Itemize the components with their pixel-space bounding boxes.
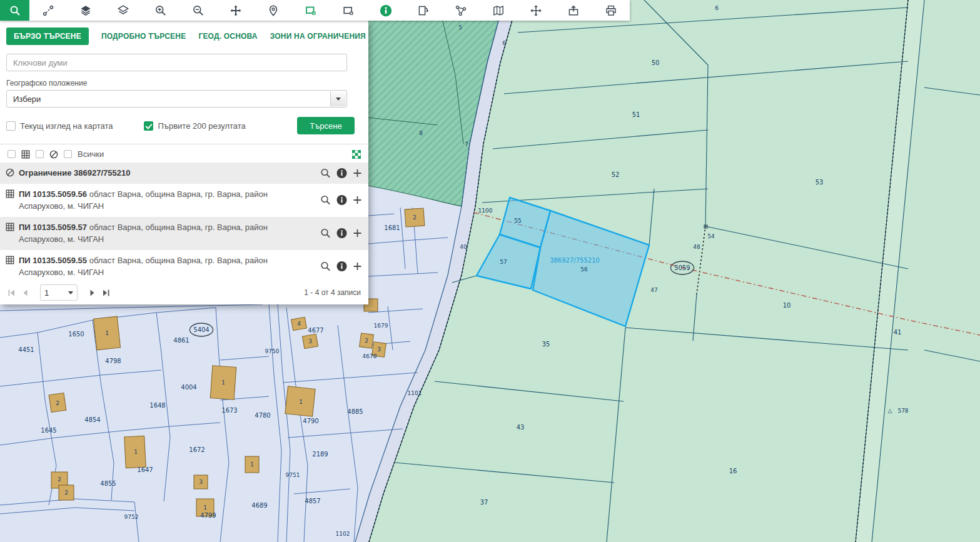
svg-text:7: 7 [465, 141, 468, 148]
result-title: ПИ 10135.5059.55 [19, 256, 87, 265]
tab-geodetic-basis[interactable]: ГЕОД. ОСНОВА [198, 28, 257, 45]
tab-restriction-zones[interactable]: ЗОНИ НА ОГРАНИЧЕНИЯ [270, 28, 366, 45]
svg-text:1672: 1672 [189, 446, 205, 453]
svg-text:386927/755210: 386927/755210 [550, 257, 600, 264]
toolbar-pan-button[interactable] [217, 0, 255, 21]
toolbar-section-button[interactable] [517, 0, 555, 21]
geo-position-select[interactable]: Избери [6, 90, 347, 108]
result-row-parcel[interactable]: ПИ 10135.5059.55 област Варна, община Ва… [0, 250, 368, 283]
toolbar-layers-button[interactable] [67, 0, 104, 21]
prev-page-button[interactable] [21, 289, 29, 297]
svg-text:2189: 2189 [312, 451, 328, 458]
last-page-button[interactable] [102, 289, 110, 297]
toolbar-extent-button[interactable] [330, 0, 367, 21]
toolbar-marker-button[interactable] [255, 0, 292, 21]
result-row-parcel[interactable]: ПИ 10135.5059.57 област Варна, община Ва… [0, 217, 368, 250]
toolbar-zoom-out-button[interactable] [179, 0, 217, 21]
chevron-down-icon[interactable] [330, 91, 346, 106]
toolbar-search-button[interactable] [0, 0, 29, 21]
checkbox-checked[interactable] [144, 121, 153, 131]
restriction-icon [6, 168, 14, 177]
next-page-button[interactable] [88, 289, 96, 297]
add-result-button[interactable] [353, 196, 362, 205]
zoom-to-result-button[interactable] [320, 168, 331, 178]
svg-text:2: 2 [58, 476, 61, 483]
add-result-button[interactable] [353, 262, 362, 271]
svg-text:1650: 1650 [68, 331, 84, 338]
search-tabs: БЪРЗО ТЪРСЕНЕ ПОДРОБНО ТЪРСЕНЕ ГЕОД. ОСН… [0, 21, 368, 45]
svg-text:10: 10 [783, 302, 791, 309]
toolbar-export-button[interactable] [555, 0, 592, 21]
svg-text:54: 54 [707, 233, 715, 239]
svg-text:1: 1 [105, 330, 109, 336]
result-info-button[interactable] [336, 228, 347, 239]
toolbar-legend-button[interactable] [480, 0, 517, 21]
svg-text:47: 47 [650, 287, 657, 293]
toolbar-identify-info-button[interactable] [367, 0, 405, 21]
add-result-button[interactable] [353, 229, 362, 238]
toolbar-select-rectangle-button[interactable] [292, 0, 330, 21]
tab-quick-search[interactable]: БЪРЗО ТЪРСЕНЕ [6, 28, 89, 45]
zoom-to-result-button[interactable] [320, 195, 331, 206]
svg-text:9752: 9752 [124, 514, 139, 520]
result-row-restriction[interactable]: Ограничение 386927/755210 [0, 163, 368, 184]
toolbar-swipe-button[interactable] [405, 0, 442, 21]
filter-checkbox-all[interactable] [64, 150, 72, 158]
first-page-button[interactable] [8, 289, 16, 297]
svg-text:1100: 1100 [478, 208, 493, 214]
filter-checkbox-parcels[interactable] [8, 150, 16, 158]
checkerboard-icon[interactable] [352, 150, 361, 159]
toolbar-network-button[interactable] [442, 0, 480, 21]
svg-text:4689: 4689 [251, 502, 267, 509]
svg-text:48: 48 [693, 244, 700, 250]
svg-text:1679: 1679 [374, 323, 388, 329]
parcel-grid-icon [6, 256, 14, 264]
restriction-icon [49, 150, 58, 159]
result-info-button[interactable] [336, 195, 347, 206]
pagination: 1 1 - 4 от 4 записи [0, 281, 368, 304]
checkbox-unchecked[interactable] [6, 121, 16, 131]
toolbar [0, 0, 630, 21]
result-info-button[interactable] [336, 168, 347, 178]
geo-select-value: Избери [7, 94, 41, 104]
zoom-to-result-button[interactable] [320, 228, 331, 239]
add-result-button[interactable] [353, 168, 362, 178]
svg-text:1: 1 [299, 399, 303, 405]
keywords-input[interactable] [6, 54, 347, 71]
svg-text:4004: 4004 [181, 384, 196, 391]
svg-text:41: 41 [894, 329, 902, 336]
svg-text:4: 4 [297, 321, 301, 327]
toolbar-zoom-in-button[interactable] [142, 0, 179, 21]
svg-text:2: 2 [64, 489, 68, 496]
page-select[interactable]: 1 [40, 284, 78, 301]
result-info-button[interactable] [336, 261, 347, 272]
svg-text:3: 3 [308, 338, 312, 344]
svg-text:9750: 9750 [265, 348, 280, 354]
first-200-checkbox[interactable]: Първите 200 резултата [144, 121, 245, 131]
first-200-label: Първите 200 резултата [158, 121, 245, 131]
svg-text:35: 35 [542, 341, 550, 348]
svg-text:43: 43 [517, 424, 525, 431]
svg-text:1101: 1101 [408, 390, 422, 396]
parcel-grid-icon [6, 223, 14, 231]
svg-text:50: 50 [652, 59, 660, 66]
search-panel: БЪРЗО ТЪРСЕНЕ ПОДРОБНО ТЪРСЕНЕ ГЕОД. ОСН… [0, 21, 368, 304]
svg-text:4451: 4451 [18, 346, 34, 353]
tab-detailed-search[interactable]: ПОДРОБНО ТЪРСЕНЕ [101, 28, 186, 45]
toolbar-measure-button[interactable] [29, 0, 67, 21]
svg-text:9751: 9751 [286, 472, 300, 478]
svg-text:4799: 4799 [200, 512, 216, 519]
svg-text:52: 52 [612, 171, 620, 178]
search-button[interactable]: Търсене [297, 117, 355, 134]
zoom-to-result-button[interactable] [320, 261, 331, 272]
svg-text:51: 51 [632, 111, 640, 118]
current-view-checkbox[interactable]: Текущ изглед на картата [6, 121, 113, 131]
svg-text:5: 5 [458, 24, 462, 31]
result-row-parcel[interactable]: ПИ 10135.5059.56 област Варна, община Ва… [0, 184, 368, 217]
parcel-grid-icon [21, 150, 30, 159]
svg-text:1681: 1681 [384, 224, 400, 231]
toolbar-layers-outline-button[interactable] [104, 0, 142, 21]
toolbar-print-button[interactable] [592, 0, 630, 21]
filter-checkbox-restrictions[interactable] [36, 150, 44, 158]
svg-text:4855: 4855 [100, 480, 116, 487]
